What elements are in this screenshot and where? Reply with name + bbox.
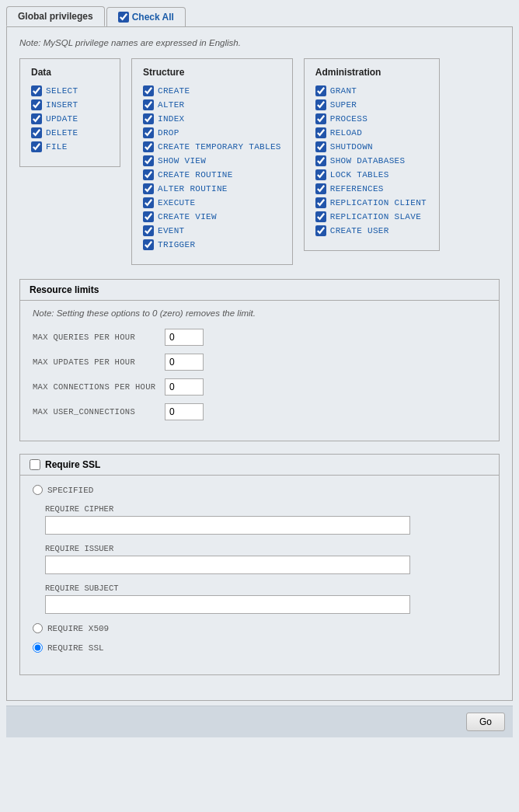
ssl-require-ssl-option: REQUIRE SSL bbox=[33, 643, 486, 653]
resource-label: MAX CONNECTIONS PER HOUR bbox=[33, 382, 157, 392]
ssl-specified-label: SPECIFIED bbox=[47, 486, 93, 495]
priv-create-temp-checkbox[interactable] bbox=[143, 141, 154, 152]
priv-label: CREATE VIEW bbox=[158, 212, 217, 221]
require-cipher-group: REQUIRE CIPHER bbox=[45, 504, 486, 535]
resource-row: MAX CONNECTIONS PER HOUR bbox=[33, 378, 486, 396]
priv-lock-tables-checkbox[interactable] bbox=[315, 169, 326, 180]
resource-row: MAX UPDATES PER HOUR bbox=[33, 354, 486, 371]
priv-insert-checkbox[interactable] bbox=[31, 99, 42, 110]
require-subject-label: REQUIRE SUBJECT bbox=[45, 584, 486, 593]
resource-limits-title-bar: Resource limits bbox=[20, 280, 499, 300]
list-item: ALTER ROUTINE bbox=[143, 183, 281, 194]
priv-label: INDEX bbox=[158, 114, 185, 124]
list-item: CREATE ROUTINE bbox=[143, 169, 281, 180]
priv-label: UPDATE bbox=[46, 114, 78, 124]
priv-label: INSERT bbox=[46, 100, 78, 110]
priv-grant-checkbox[interactable] bbox=[315, 85, 326, 96]
go-button[interactable]: Go bbox=[466, 713, 505, 731]
priv-label: RELOAD bbox=[330, 128, 362, 138]
list-item: TRIGGER bbox=[143, 239, 281, 250]
list-item: SHOW DATABASES bbox=[315, 155, 428, 166]
require-issuer-input[interactable] bbox=[45, 556, 410, 574]
priv-trigger-checkbox[interactable] bbox=[143, 239, 154, 250]
priv-drop-checkbox[interactable] bbox=[143, 127, 154, 138]
max-queries-input[interactable] bbox=[165, 329, 204, 346]
max-updates-input[interactable] bbox=[165, 354, 204, 371]
list-item: GRANT bbox=[315, 85, 428, 96]
require-issuer-label: REQUIRE ISSUER bbox=[45, 544, 486, 553]
priv-replication-slave-checkbox[interactable] bbox=[315, 211, 326, 222]
list-item: SHUTDOWN bbox=[315, 141, 428, 152]
require-ssl-checkbox[interactable] bbox=[30, 459, 40, 470]
list-item: PROCESS bbox=[315, 113, 428, 124]
resource-row: MAX QUERIES PER HOUR bbox=[33, 329, 486, 346]
priv-event-checkbox[interactable] bbox=[143, 225, 154, 236]
check-all-checkbox[interactable] bbox=[118, 12, 129, 23]
priv-label: SUPER bbox=[330, 100, 357, 110]
data-group: Data SELECT INSERT UPDATE DELETE bbox=[19, 58, 120, 167]
priv-label: DELETE bbox=[46, 128, 78, 138]
list-item: DROP bbox=[143, 127, 281, 138]
list-item: INSERT bbox=[31, 99, 109, 110]
priv-create-view-checkbox[interactable] bbox=[143, 211, 154, 222]
priv-label: CREATE TEMPORARY TABLES bbox=[158, 142, 281, 152]
privilege-groups: Data SELECT INSERT UPDATE DELETE bbox=[19, 58, 500, 265]
priv-select-checkbox[interactable] bbox=[31, 85, 42, 96]
ssl-specified-radio[interactable] bbox=[33, 485, 43, 495]
list-item: SHOW VIEW bbox=[143, 155, 281, 166]
priv-show-databases-checkbox[interactable] bbox=[315, 155, 326, 166]
resource-note: Note: Setting these options to 0 (zero) … bbox=[33, 308, 486, 318]
resource-limits-inner: Note: Setting these options to 0 (zero) … bbox=[20, 300, 499, 441]
priv-index-checkbox[interactable] bbox=[143, 113, 154, 124]
priv-replication-client-checkbox[interactable] bbox=[315, 197, 326, 208]
priv-process-checkbox[interactable] bbox=[315, 113, 326, 124]
require-issuer-group: REQUIRE ISSUER bbox=[45, 544, 486, 574]
priv-update-checkbox[interactable] bbox=[31, 113, 42, 124]
priv-show-view-checkbox[interactable] bbox=[143, 155, 154, 166]
list-item: REPLICATION CLIENT bbox=[315, 197, 428, 208]
max-user-connections-input[interactable] bbox=[165, 403, 204, 420]
priv-alter-routine-checkbox[interactable] bbox=[143, 183, 154, 194]
ssl-require-ssl-label: REQUIRE SSL bbox=[47, 643, 104, 653]
priv-label: LOCK TABLES bbox=[330, 170, 389, 179]
tab-check-all[interactable]: Check All bbox=[106, 7, 186, 26]
require-subject-input[interactable] bbox=[45, 595, 410, 614]
priv-alter-checkbox[interactable] bbox=[143, 99, 154, 110]
tabs-row: Global privileges Check All bbox=[6, 6, 513, 26]
priv-create-routine-checkbox[interactable] bbox=[143, 169, 154, 180]
ssl-x509-radio[interactable] bbox=[33, 623, 43, 633]
require-cipher-label: REQUIRE CIPHER bbox=[45, 504, 486, 514]
resource-limits-section: Resource limits Note: Setting these opti… bbox=[19, 279, 500, 441]
priv-label: ALTER ROUTINE bbox=[158, 184, 228, 193]
structure-group: Structure CREATE ALTER INDEX DROP bbox=[131, 58, 293, 265]
check-all-label: Check All bbox=[132, 12, 174, 23]
list-item: ALTER bbox=[143, 99, 281, 110]
list-item: EXECUTE bbox=[143, 197, 281, 208]
data-group-title: Data bbox=[31, 67, 109, 78]
main-content: Note: MySQL privilege names are expresse… bbox=[6, 26, 513, 701]
priv-create-user-checkbox[interactable] bbox=[315, 225, 326, 236]
list-item: FILE bbox=[31, 141, 109, 152]
priv-label: REFERENCES bbox=[330, 184, 384, 193]
priv-create-checkbox[interactable] bbox=[143, 85, 154, 96]
priv-label: CREATE ROUTINE bbox=[158, 170, 233, 179]
priv-label: CREATE USER bbox=[330, 226, 389, 235]
max-connections-input[interactable] bbox=[165, 378, 204, 396]
ssl-inner: SPECIFIED REQUIRE CIPHER REQUIRE ISSUER … bbox=[20, 475, 499, 674]
priv-references-checkbox[interactable] bbox=[315, 183, 326, 194]
priv-delete-checkbox[interactable] bbox=[31, 127, 42, 138]
list-item: SELECT bbox=[31, 85, 109, 96]
ssl-require-ssl-radio[interactable] bbox=[33, 643, 43, 653]
administration-group-title: Administration bbox=[315, 67, 428, 78]
priv-execute-checkbox[interactable] bbox=[143, 197, 154, 208]
priv-shutdown-checkbox[interactable] bbox=[315, 141, 326, 152]
priv-super-checkbox[interactable] bbox=[315, 99, 326, 110]
priv-label: TRIGGER bbox=[158, 240, 195, 249]
administration-group: Administration GRANT SUPER PROCESS RELOA… bbox=[304, 58, 440, 251]
require-cipher-input[interactable] bbox=[45, 516, 410, 535]
priv-reload-checkbox[interactable] bbox=[315, 127, 326, 138]
list-item: CREATE USER bbox=[315, 225, 428, 236]
priv-file-checkbox[interactable] bbox=[31, 141, 42, 152]
priv-label: FILE bbox=[46, 142, 68, 152]
tab-global-privileges[interactable]: Global privileges bbox=[6, 6, 105, 26]
